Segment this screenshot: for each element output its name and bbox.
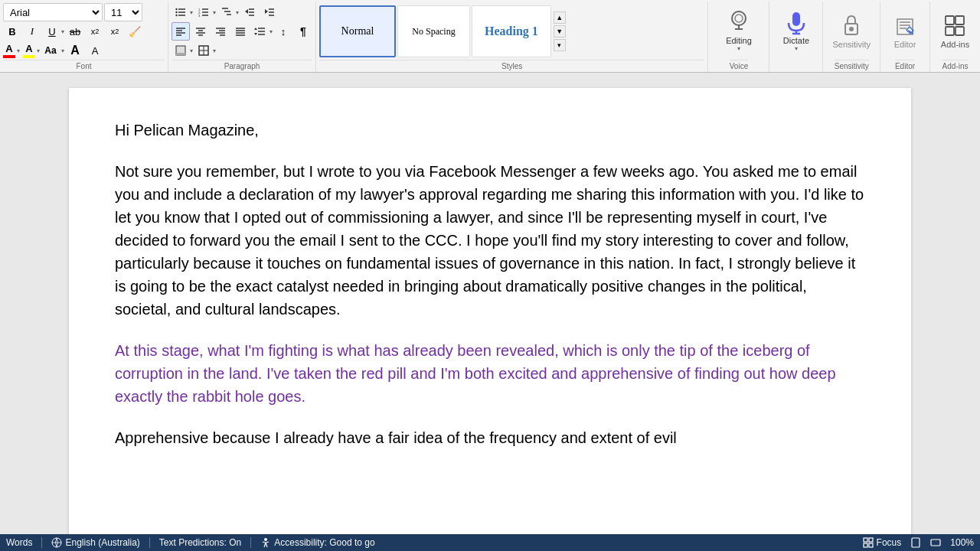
decrease-indent-button[interactable] [240, 3, 259, 21]
borders-icon [198, 44, 210, 57]
bullets-icon [175, 6, 187, 18]
style-no-spacing-label: No Spacing [412, 26, 455, 37]
sort-button[interactable]: ↕ [274, 22, 292, 41]
body-paragraph-1[interactable]: Not sure you remember, but I wrote to yo… [115, 160, 865, 321]
sensitivity-button[interactable]: Sensitivity [826, 11, 877, 52]
dictate-button[interactable]: Dictate ▾ [777, 8, 815, 55]
document-page[interactable]: Hi Pelican Magazine, Not sure you rememb… [69, 88, 911, 534]
change-case-dropdown[interactable]: ▾ [61, 47, 64, 54]
multilevel-dropdown[interactable]: ▾ [236, 9, 239, 16]
borders-button[interactable] [194, 41, 213, 60]
line-spacing-button[interactable] [251, 22, 270, 41]
styles-scroll-buttons: ▲ ▼ ▾ [554, 11, 566, 51]
highlight-button[interactable]: A [23, 43, 35, 58]
svg-marker-43 [254, 33, 257, 35]
styles-group: Normal No Spacing Heading 1 ▲ ▼ ▾ [316, 2, 708, 72]
focus-button[interactable]: Focus [863, 537, 902, 548]
numbering-dropdown[interactable]: ▾ [213, 9, 216, 16]
paragraph-group-content: ▾ 1.2.3. ▾ ▾ [172, 3, 312, 60]
font-size-select[interactable]: 11 [104, 3, 142, 21]
underline-button[interactable]: U [43, 22, 61, 41]
editor-button[interactable]: Editor [888, 11, 923, 52]
accessibility-icon [260, 537, 271, 548]
decrease-indent-icon [243, 6, 256, 18]
voice-section-label: Voice [730, 60, 748, 72]
svg-marker-19 [265, 9, 268, 14]
styles-scroll-down[interactable]: ▼ [554, 25, 566, 37]
bold-button[interactable]: B [3, 22, 21, 41]
styles-gallery-wrapper: Normal No Spacing Heading 1 ▲ ▼ ▾ [319, 3, 704, 60]
strikethrough-button[interactable]: ab [66, 22, 84, 41]
superscript-button[interactable]: x2 [106, 22, 124, 41]
focus-label: Focus [877, 537, 902, 548]
greeting-paragraph[interactable]: Hi Pelican Magazine, [115, 119, 865, 142]
bullets-dropdown[interactable]: ▾ [190, 9, 193, 16]
align-center-button[interactable] [191, 22, 210, 41]
view-print-button[interactable] [910, 537, 921, 548]
shading-button[interactable] [172, 41, 190, 60]
bullets-button[interactable] [172, 3, 190, 21]
sensitivity-group-content: Sensitivity [826, 3, 877, 60]
font-color-dropdown[interactable]: ▾ [17, 47, 20, 54]
editing-button[interactable]: Editing ▾ [720, 8, 758, 55]
increase-indent-button[interactable] [260, 3, 279, 21]
addins-icon [944, 15, 965, 39]
numbering-button[interactable]: 1.2.3. [194, 3, 213, 21]
text-predictions-status[interactable]: Text Predictions: On [159, 537, 241, 548]
font-row2: B I U ▾ ab x2 x2 🧹 [3, 22, 165, 41]
addins-button[interactable]: Add-ins [935, 11, 975, 52]
highlight-bar [23, 55, 35, 58]
zoom-level[interactable]: 100% [950, 537, 974, 548]
clear-format-button[interactable]: 🧹 [126, 22, 144, 41]
paragraph-group: ▾ 1.2.3. ▾ ▾ [168, 2, 316, 72]
styles-scroll-up[interactable]: ▲ [554, 11, 566, 24]
show-marks-button[interactable]: ¶ [294, 22, 312, 41]
underline-dropdown[interactable]: ▾ [61, 28, 64, 35]
svg-point-4 [175, 11, 177, 13]
line-spacing-dropdown[interactable]: ▾ [270, 28, 273, 35]
subscript-button[interactable]: x2 [86, 22, 104, 41]
font-section-label: Font [3, 60, 165, 72]
justify-button[interactable] [231, 22, 250, 41]
view-web-button[interactable] [930, 537, 941, 548]
language-status[interactable]: English (Australia) [51, 537, 139, 548]
svg-rect-53 [792, 12, 800, 26]
editing-chevron: ▾ [737, 45, 740, 52]
body-paragraph-2[interactable]: At this stage, what I'm fighting is what… [115, 339, 865, 408]
align-left-button[interactable] [172, 22, 190, 41]
words-status[interactable]: Words [6, 537, 32, 548]
body-paragraph-3[interactable]: Apprehensive because I already have a fa… [115, 426, 865, 449]
editor-icon [894, 15, 916, 39]
style-normal[interactable]: Normal [319, 5, 396, 57]
styles-expand[interactable]: ▾ [554, 39, 566, 51]
status-divider-3 [250, 537, 251, 548]
style-heading1[interactable]: Heading 1 [472, 5, 551, 57]
status-divider-2 [149, 537, 150, 548]
svg-rect-45 [176, 53, 185, 55]
styles-section-label: Styles [319, 60, 704, 72]
grow-font-button[interactable]: A [66, 41, 84, 60]
language-label: English (Australia) [65, 537, 139, 548]
text-predictions-label: Text Predictions: On [159, 537, 241, 548]
font-color-button[interactable]: A [3, 43, 15, 58]
dictate-group: Dictate ▾ Voice [769, 2, 823, 72]
accessibility-status[interactable]: Accessibility: Good to go [260, 537, 374, 548]
shading-dropdown[interactable]: ▾ [190, 47, 193, 54]
align-right-button[interactable] [211, 22, 230, 41]
borders-dropdown[interactable]: ▾ [213, 47, 216, 54]
italic-button[interactable]: I [23, 22, 41, 41]
web-view-icon [930, 537, 941, 548]
style-heading1-label: Heading 1 [485, 24, 538, 38]
highlight-dropdown[interactable]: ▾ [37, 47, 40, 54]
svg-rect-61 [946, 16, 954, 24]
font-group-content: Arial 11 B I U ▾ ab x2 x2 [3, 3, 165, 60]
shrink-font-button[interactable]: A [86, 41, 104, 60]
para-row2: ▾ ↕ ¶ [172, 22, 312, 41]
multilevel-button[interactable] [217, 3, 236, 21]
style-no-spacing[interactable]: No Spacing [397, 5, 470, 57]
change-case-button[interactable]: Aa [41, 41, 60, 60]
svg-marker-15 [245, 9, 248, 14]
svg-rect-68 [864, 538, 867, 542]
sensitivity-group: Sensitivity Sensitivity [823, 2, 880, 72]
font-name-select[interactable]: Arial [3, 3, 103, 21]
